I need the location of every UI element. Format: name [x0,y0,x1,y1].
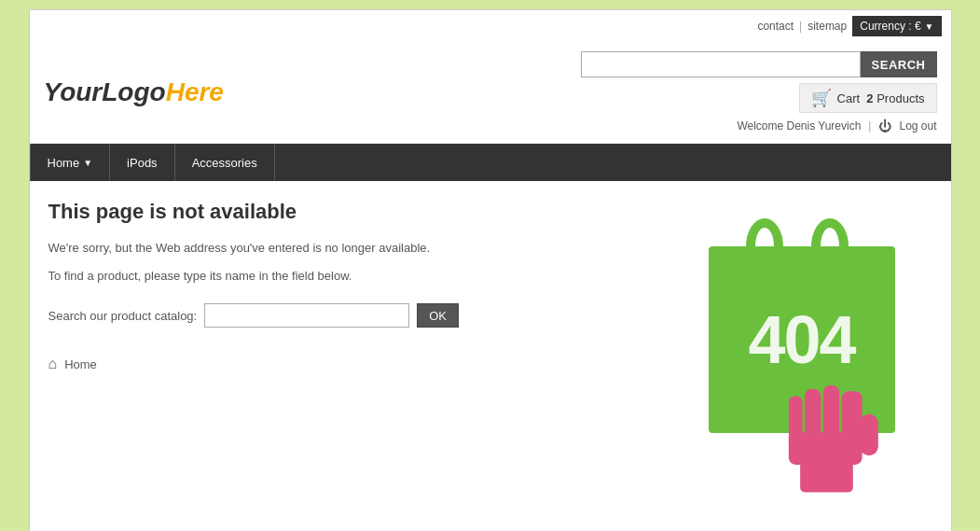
page-title: This page is not available [48,200,653,224]
cart-row[interactable]: 🛒 Cart 2 Products [799,83,937,113]
left-content: This page is not available We're sorry, … [48,200,671,517]
search-catalog-label: Search our product catalog: [48,309,198,323]
header-right: SEARCH 🛒 Cart 2 Products Welcome Denis Y… [581,51,937,133]
welcome-row: Welcome Denis Yurevich | ⏻ Log out [737,119,936,133]
topbar-separator: | [799,20,802,33]
top-bar: contact | sitemap Currency : € ▼ [30,10,951,42]
nav-bar: Home ▼ iPods Accessories [30,144,951,181]
search-catalog-row: Search our product catalog: OK [48,303,653,328]
nav-item-accessories-label: Accessories [192,156,257,170]
breadcrumb-home-link[interactable]: Home [64,357,97,371]
error-illustration: 404 [671,200,932,517]
nav-item-home-label: Home [48,156,80,170]
svg-rect-5 [800,460,853,492]
currency-arrow-icon: ▼ [925,21,934,32]
header-search-row: SEARCH [581,51,937,77]
logo-text-your: YourLogo [44,77,166,107]
nav-item-ipods[interactable]: iPods [110,144,175,181]
cart-text: Cart 2 Products [837,91,925,105]
welcome-text: Welcome Denis Yurevich [737,119,861,133]
power-icon: ⏻ [878,119,891,133]
pointer-hand-icon [765,345,914,508]
breadcrumb-row: ⌂ Home [48,356,653,372]
content-area: This page is not available We're sorry, … [30,181,951,531]
bag-404: 404 [699,209,904,508]
welcome-separator: | [868,119,871,133]
sitemap-link[interactable]: sitemap [807,20,847,33]
currency-button[interactable]: Currency : € ▼ [852,16,941,36]
logo: YourLogoHere [44,77,224,107]
currency-label: Currency : € [860,20,920,33]
cart-icon: 🛒 [811,88,832,108]
desc-text-2: To find a product, please type its name … [48,267,653,286]
svg-rect-4 [788,433,862,465]
ok-button[interactable]: OK [417,303,459,328]
home-breadcrumb-icon: ⌂ [48,356,58,372]
search-button[interactable]: SEARCH [861,51,937,77]
search-input[interactable] [581,51,861,77]
svg-rect-6 [860,414,878,455]
nav-item-home[interactable]: Home ▼ [30,144,111,181]
nav-item-ipods-label: iPods [127,156,158,170]
header: YourLogoHere SEARCH 🛒 Cart 2 Products We… [30,42,951,144]
nav-home-arrow-icon: ▼ [83,158,92,168]
contact-link[interactable]: contact [757,20,794,33]
nav-item-accessories[interactable]: Accessories [175,144,275,181]
desc-text-1: We're sorry, but the Web address you've … [48,239,653,258]
logo-text-here: Here [166,77,224,107]
logout-link[interactable]: Log out [899,119,936,133]
catalog-search-input[interactable] [204,303,409,328]
